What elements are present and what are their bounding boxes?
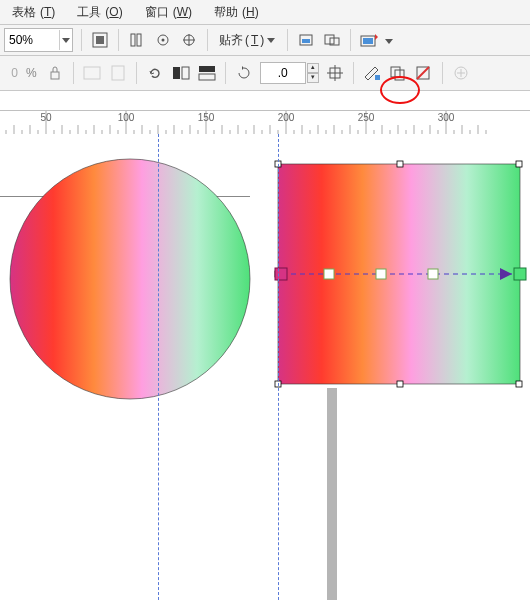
chevron-down-icon: [266, 38, 276, 43]
svg-rect-20: [199, 66, 215, 72]
svg-text:200: 200: [278, 112, 295, 123]
svg-rect-21: [199, 74, 215, 80]
snap-label: 贴齐: [219, 32, 243, 49]
show-grid-icon[interactable]: [153, 30, 173, 50]
separator: [136, 62, 137, 84]
guide-line[interactable]: [158, 134, 159, 600]
svg-rect-17: [112, 66, 124, 80]
percent-unit: %: [26, 66, 37, 80]
rotate-ccw-icon[interactable]: [145, 63, 165, 83]
gradient-start-node: [275, 268, 287, 280]
menu-tables[interactable]: 表格(T): [4, 0, 59, 24]
outline-width-value: 0: [4, 66, 18, 80]
svg-rect-3: [137, 34, 141, 46]
svg-rect-105: [397, 381, 403, 387]
stage-svg: [0, 134, 530, 600]
svg-rect-100: [397, 161, 403, 167]
gradient-stop-node: [428, 269, 438, 279]
separator: [225, 62, 226, 84]
separator: [353, 62, 354, 84]
svg-rect-1: [96, 36, 104, 44]
menu-window[interactable]: 窗口(W): [137, 0, 196, 24]
mirror-h-icon[interactable]: [171, 63, 191, 83]
gradient-stop-node: [376, 269, 386, 279]
options-icon-2[interactable]: [322, 30, 342, 50]
edit-fill-icon[interactable]: [362, 63, 382, 83]
svg-rect-15: [51, 72, 59, 79]
separator: [287, 29, 288, 51]
spin-up[interactable]: ▴: [307, 63, 319, 73]
svg-text:150: 150: [198, 112, 215, 123]
options-icon-1[interactable]: [296, 30, 316, 50]
gradient-circle[interactable]: [10, 159, 250, 399]
mirror-v-icon[interactable]: [197, 63, 217, 83]
menu-bar: 表格(T) 工具(O) 窗口(W) 帮助(H): [0, 0, 530, 25]
property-bar: 0 % ▴▾: [0, 56, 530, 91]
svg-rect-106: [516, 381, 522, 387]
gradient-stop-node: [324, 269, 334, 279]
annotation-highlight: [380, 76, 420, 104]
landscape-icon[interactable]: [82, 63, 102, 83]
svg-rect-25: [375, 75, 380, 80]
rotation-angle[interactable]: ▴▾: [260, 62, 319, 84]
spin-down[interactable]: ▾: [307, 73, 319, 83]
chevron-down-icon[interactable]: [385, 33, 393, 47]
svg-rect-2: [131, 34, 135, 46]
svg-text:300: 300: [438, 112, 455, 123]
rotation-input[interactable]: [260, 62, 306, 84]
rotate-icon[interactable]: [234, 63, 254, 83]
svg-rect-18: [173, 67, 180, 79]
guide-line[interactable]: [278, 134, 279, 600]
svg-rect-19: [182, 67, 189, 79]
toolbar-main: 贴齐(T): [0, 25, 530, 56]
portrait-icon[interactable]: [108, 63, 128, 83]
svg-rect-10: [302, 39, 310, 43]
separator: [207, 29, 208, 51]
separator: [118, 29, 119, 51]
svg-text:100: 100: [118, 112, 135, 123]
free-transform-icon[interactable]: [325, 63, 345, 83]
launch-icon[interactable]: [359, 30, 379, 50]
zoom-input[interactable]: [5, 30, 59, 50]
svg-rect-14: [363, 38, 373, 44]
edit-transparency-icon[interactable]: [414, 63, 434, 83]
separator: [73, 62, 74, 84]
separator: [350, 29, 351, 51]
svg-rect-101: [516, 161, 522, 167]
show-rulers-icon[interactable]: [127, 30, 147, 50]
menu-help[interactable]: 帮助(H): [206, 0, 263, 24]
menu-tools[interactable]: 工具(O): [69, 0, 126, 24]
zoom-dropdown-icon[interactable]: [59, 30, 72, 50]
lock-ratio-icon[interactable]: [45, 63, 65, 83]
separator: [442, 62, 443, 84]
svg-text:250: 250: [358, 112, 375, 123]
snap-to-button[interactable]: 贴齐(T): [216, 28, 279, 52]
gradient-end-node: [514, 268, 526, 280]
canvas-area[interactable]: [0, 134, 530, 600]
show-guides-icon[interactable]: [179, 30, 199, 50]
separator: [81, 29, 82, 51]
zoom-level[interactable]: [4, 28, 73, 52]
ruler-horizontal[interactable]: 50100150200250300: [0, 110, 530, 136]
add-icon[interactable]: [451, 63, 471, 83]
full-screen-icon[interactable]: [90, 30, 110, 50]
svg-rect-16: [84, 67, 100, 79]
svg-text:50: 50: [40, 112, 52, 123]
svg-point-5: [162, 39, 165, 42]
